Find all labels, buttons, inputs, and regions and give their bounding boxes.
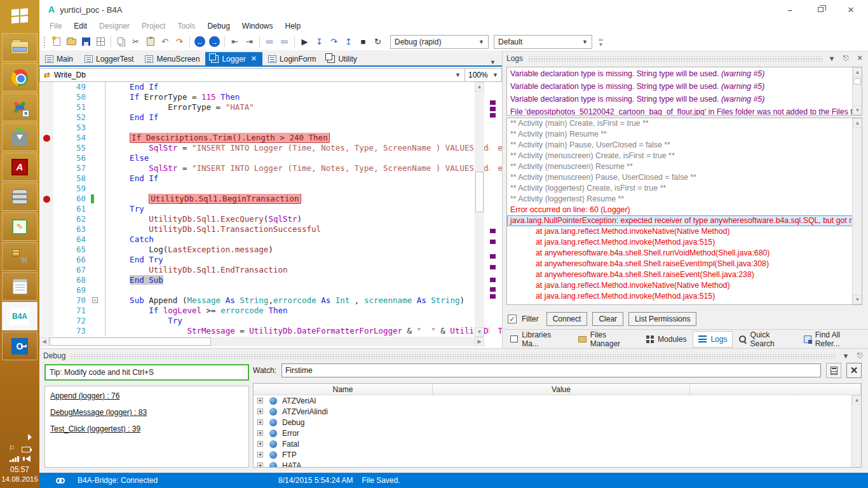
menu-project[interactable]: Project (142, 22, 165, 30)
member-select[interactable]: ⇄ Write_Db ▼ (39, 68, 465, 82)
breakpoint-gutter[interactable] (39, 153, 53, 163)
editor-horizontal-scrollbar[interactable]: ◀ ▶ (39, 337, 484, 346)
breakpoint-gutter[interactable] (39, 295, 53, 306)
menu-edit[interactable]: Edit (74, 22, 87, 30)
device-log-list[interactable]: ** Activity (main) Create, isFirst = tru… (506, 118, 862, 305)
tool-tab-files-manager[interactable]: Files Manager (573, 327, 641, 351)
code-line[interactable]: 52 End If (39, 112, 502, 123)
editor-zoom-select[interactable]: 100% ▼ (465, 68, 502, 82)
breakpoint-gutter[interactable] (39, 265, 53, 275)
code-line[interactable]: 61 Try (39, 204, 502, 214)
taskbar-app-crystal-reports[interactable]: 9 (2, 93, 37, 121)
pin-icon[interactable]: ⎋ (841, 54, 850, 62)
list-permissions-button[interactable]: List Permissions (628, 312, 696, 326)
menu-debug[interactable]: Debug (207, 22, 229, 30)
package-icon[interactable] (94, 35, 107, 48)
build-configuration-select[interactable]: Default ▼ (494, 35, 592, 49)
code-editor[interactable]: 49 End If50 If ErrorType = 115 Then51 Er… (39, 82, 502, 337)
breakpoint-gutter[interactable] (39, 306, 53, 316)
breakpoint-gutter[interactable] (39, 102, 53, 112)
breakpoint-gutter[interactable] (39, 204, 53, 214)
copy-icon[interactable] (114, 35, 128, 48)
open-icon[interactable] (65, 35, 78, 48)
code-line[interactable]: 70− Sub Append (Message As String,errorc… (39, 295, 502, 306)
code-line[interactable]: 50 If ErrorType = 115 Then (39, 92, 502, 102)
menu-help[interactable]: Help (285, 22, 301, 30)
log-line[interactable]: ** Activity (menuscreen) Resume ** (507, 161, 862, 172)
taskbar-app-adobe-acrobat[interactable]: A (2, 152, 37, 181)
save-icon[interactable] (79, 35, 93, 48)
scroll-down-icon[interactable]: ▼ (475, 327, 484, 337)
breakpoint-gutter[interactable] (39, 82, 53, 92)
breakpoint-gutter[interactable] (39, 112, 53, 123)
code-line[interactable]: 67 UtilityDb.Sql1.EndTransaction (39, 265, 502, 275)
expand-plus-icon[interactable] (257, 452, 263, 458)
panel-grip[interactable] (71, 354, 836, 359)
code-line[interactable]: 57 SqlStr = "INSERT INTO Logger (Time, N… (39, 163, 502, 173)
taskbar-app-b4a[interactable]: B4A (2, 302, 37, 330)
scroll-left-icon[interactable]: ◀ (39, 337, 49, 346)
breakpoint-gutter[interactable] (39, 234, 53, 245)
tab-utility[interactable]: Utility (322, 52, 362, 65)
expand-plus-icon[interactable] (257, 430, 263, 436)
run-icon[interactable]: ▶ (298, 35, 311, 48)
breakpoint-gutter[interactable] (39, 326, 53, 336)
chevron-down-icon[interactable]: ▼ (841, 352, 850, 360)
debug-mode-select[interactable]: Debug (rapid) ▼ (390, 35, 489, 49)
navigate-back-icon[interactable]: ← (193, 35, 207, 48)
log-line[interactable]: at anywheresoftware.b4a.shell.Shell.rais… (507, 269, 862, 280)
code-line[interactable]: 68 End Sub (39, 275, 502, 285)
stack-link[interactable]: DebugMessage (logger) : 83 (50, 408, 243, 417)
device-log-scrollbar[interactable]: ▲ ▼ (852, 118, 862, 304)
panel-grip[interactable] (528, 57, 822, 62)
battery-icon[interactable] (22, 447, 31, 452)
tab-close-icon[interactable]: ✕ (251, 55, 257, 63)
connect-button[interactable]: Connect (546, 312, 588, 326)
breakpoint-gutter[interactable] (39, 255, 53, 265)
tool-tab-libraries-ma-[interactable]: Libraries Ma... (505, 327, 572, 351)
close-button[interactable]: ✕ (844, 4, 858, 15)
editor-vertical-scrollbar[interactable]: ▲ ▼ (475, 82, 484, 337)
code-line[interactable]: 54 If Desciriptions.Trim().Length > 240 … (39, 133, 502, 143)
filter-checkbox[interactable]: ✓ (508, 315, 517, 323)
tree-row[interactable]: Fatal (254, 438, 861, 449)
taskbar-app-file-explorer[interactable] (2, 33, 37, 62)
tray-expand-button[interactable] (0, 434, 39, 440)
toolbar-overflow-button[interactable]: ═▾ (599, 37, 603, 46)
menu-windows[interactable]: Windows (242, 22, 273, 30)
code-line[interactable]: 60 UtilityDb.Sql1.BeginTransaction (39, 194, 502, 204)
code-line[interactable]: 49 End If (39, 82, 502, 92)
tree-scrollbar[interactable]: ▲ (851, 395, 861, 467)
taskbar-app-sql-tools[interactable]: ⚒ (2, 242, 37, 271)
scroll-right-icon[interactable]: ▶ (475, 337, 484, 346)
warnings-scrollbar[interactable]: ▲ ▼ (852, 67, 862, 115)
scroll-down-icon[interactable]: ▼ (853, 105, 862, 115)
code-line[interactable]: 71 If logLevel >= errorcode Then (39, 306, 502, 316)
tray-date[interactable]: 14.08.2015 (0, 475, 39, 488)
breakpoint-gutter[interactable] (39, 123, 53, 133)
log-line[interactable]: at anywheresoftware.b4a.shell.Shell.runV… (507, 248, 862, 259)
tab-logger[interactable]: Logger✕ (205, 52, 262, 65)
code-line[interactable]: 58 End If (39, 173, 502, 184)
tool-tab-quick-search[interactable]: Quick Search (734, 327, 797, 351)
code-line[interactable]: 64 Catch (39, 234, 502, 245)
tool-tab-logs[interactable]: Logs (693, 331, 733, 348)
expand-plus-icon[interactable] (257, 441, 263, 447)
close-icon[interactable]: ✕ (855, 54, 864, 62)
scrollbar-thumb[interactable] (50, 337, 211, 346)
watch-input[interactable] (281, 363, 821, 377)
uncomment-icon[interactable]: ≕ (278, 35, 291, 48)
tree-row[interactable]: Debug (254, 417, 861, 428)
log-line[interactable]: at java.lang.reflect.Method.invokeNative… (507, 226, 862, 237)
undo-icon[interactable]: ↶ (158, 35, 172, 48)
log-line[interactable]: ** Activity (menuscreen) Pause, UserClos… (507, 172, 862, 183)
breakpoint-gutter[interactable] (39, 133, 53, 143)
warning-log-line[interactable]: Variable declaration type is missing. St… (507, 67, 862, 80)
indent-increase-icon[interactable]: ⇥ (243, 35, 256, 48)
expand-plus-icon[interactable] (257, 409, 263, 414)
minimize-button[interactable]: – (783, 4, 797, 15)
tab-list-chevron-icon[interactable]: ▼ (490, 59, 502, 65)
taskbar-app-database[interactable] (2, 182, 37, 211)
breakpoint-gutter[interactable] (39, 316, 53, 326)
column-header-name[interactable]: Name (254, 384, 433, 395)
